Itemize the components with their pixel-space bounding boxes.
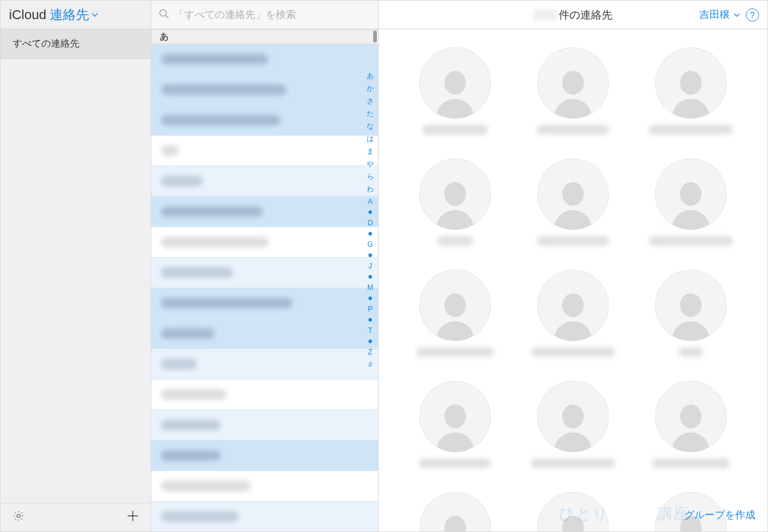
create-group-button[interactable]: グループを作成	[684, 508, 755, 522]
index-letter[interactable]: J	[368, 262, 372, 270]
contact-name-blurred	[161, 359, 197, 369]
contact-card[interactable]	[520, 47, 626, 134]
sidebar-list: すべての連絡先	[1, 29, 151, 503]
contact-name-blurred	[161, 267, 233, 278]
contact-card[interactable]	[403, 270, 508, 357]
index-letter[interactable]: わ	[367, 185, 374, 192]
index-letter[interactable]: ら	[367, 173, 374, 180]
plus-icon[interactable]	[127, 510, 139, 525]
index-letter[interactable]: は	[367, 135, 374, 142]
scrollbar-thumb[interactable]	[373, 30, 377, 42]
index-letter[interactable]: や	[367, 160, 374, 167]
index-dot[interactable]	[368, 296, 372, 300]
index-strip[interactable]: あかさたなはまやらわADGJMPTZ#	[364, 72, 377, 525]
contact-row[interactable]	[151, 410, 378, 441]
index-dot[interactable]	[368, 232, 372, 236]
contact-row[interactable]	[151, 288, 378, 319]
svg-point-1	[160, 10, 166, 16]
index-letter[interactable]: A	[368, 198, 373, 205]
index-dot[interactable]	[368, 275, 372, 279]
contact-row[interactable]	[151, 166, 378, 197]
detail-header: 件の連絡先 吉田穣 ?	[379, 1, 767, 29]
index-letter[interactable]: T	[368, 327, 372, 334]
index-dot[interactable]	[368, 340, 372, 343]
contact-card[interactable]	[520, 158, 626, 246]
contact-row[interactable]	[151, 44, 378, 75]
contact-name-blurred	[161, 481, 251, 491]
user-account-link[interactable]: 吉田穣	[699, 8, 740, 22]
contact-card[interactable]	[638, 47, 743, 134]
sidebar-item-label: すべての連絡先	[13, 38, 80, 48]
contact-row[interactable]	[151, 471, 378, 502]
index-letter[interactable]: た	[367, 110, 374, 117]
contact-name-blurred	[161, 145, 179, 156]
contact-row[interactable]	[151, 502, 378, 531]
chevron-down-icon[interactable]	[92, 10, 98, 19]
index-letter[interactable]: さ	[367, 97, 374, 105]
sidebar-item-all-contacts[interactable]: すべての連絡先	[1, 29, 151, 59]
contact-row[interactable]	[151, 258, 378, 288]
index-dot[interactable]	[368, 253, 372, 257]
contact-card-name-blurred	[422, 125, 488, 134]
contact-row[interactable]	[151, 319, 378, 349]
contact-list[interactable]	[151, 44, 378, 531]
contact-card[interactable]	[638, 158, 743, 246]
contact-row[interactable]	[151, 197, 378, 227]
contact-card[interactable]	[520, 270, 626, 357]
avatar-placeholder-icon	[655, 270, 727, 341]
contact-row[interactable]	[151, 441, 378, 471]
sidebar-header[interactable]: iCloud 連絡先	[1, 1, 151, 29]
index-dot[interactable]	[368, 210, 372, 214]
index-letter[interactable]: G	[367, 241, 373, 248]
index-dot[interactable]	[368, 318, 372, 322]
contact-card[interactable]	[638, 270, 743, 357]
avatar-placeholder-icon	[655, 47, 727, 119]
contact-card[interactable]	[520, 381, 626, 468]
gear-icon[interactable]	[13, 510, 25, 525]
search-input[interactable]	[174, 9, 371, 21]
contact-row[interactable]	[151, 380, 378, 410]
avatar-placeholder-icon	[419, 158, 491, 230]
contact-card[interactable]	[403, 381, 508, 468]
contact-card[interactable]	[403, 492, 508, 531]
contact-name-blurred	[161, 84, 287, 95]
contact-row[interactable]	[151, 227, 378, 258]
contact-card[interactable]	[403, 158, 508, 246]
avatar-placeholder-icon	[419, 381, 491, 452]
help-icon[interactable]: ?	[746, 8, 759, 22]
contact-card-name-blurred	[419, 458, 491, 468]
index-letter[interactable]: あ	[367, 72, 374, 80]
contact-name-blurred	[161, 389, 227, 400]
brand-app-name: 連絡先	[50, 6, 89, 24]
contact-row[interactable]	[151, 136, 378, 166]
contact-card-name-blurred	[416, 347, 494, 357]
avatar-placeholder-icon	[655, 158, 727, 230]
avatar-placeholder-icon	[419, 492, 491, 531]
contact-card-name-blurred	[537, 125, 609, 134]
contact-card[interactable]	[638, 381, 743, 468]
section-letter: あ	[160, 31, 169, 41]
avatar-placeholder-icon	[537, 381, 609, 452]
contact-name-blurred	[161, 420, 221, 430]
index-letter[interactable]: M	[367, 284, 373, 291]
contact-row[interactable]	[151, 75, 378, 105]
contact-card-name-blurred	[649, 236, 733, 246]
user-name: 吉田穣	[699, 9, 730, 20]
index-letter[interactable]: Z	[368, 348, 372, 356]
contact-card[interactable]	[403, 47, 508, 134]
sidebar: iCloud 連絡先 すべての連絡先	[1, 1, 151, 531]
contact-row[interactable]	[151, 349, 378, 380]
contact-card-name-blurred	[649, 125, 733, 134]
contact-row[interactable]	[151, 105, 378, 136]
contact-card-name-blurred	[531, 458, 615, 468]
index-letter[interactable]: ま	[367, 148, 374, 155]
index-letter[interactable]: か	[367, 85, 374, 92]
index-letter[interactable]: #	[368, 361, 373, 368]
contact-card[interactable]	[520, 492, 626, 531]
index-letter[interactable]: な	[367, 123, 374, 130]
contact-name-blurred	[161, 450, 221, 461]
index-letter[interactable]: D	[368, 219, 373, 227]
contact-count-blurred	[534, 9, 557, 21]
avatar-placeholder-icon	[537, 158, 609, 230]
index-letter[interactable]: P	[368, 305, 373, 313]
